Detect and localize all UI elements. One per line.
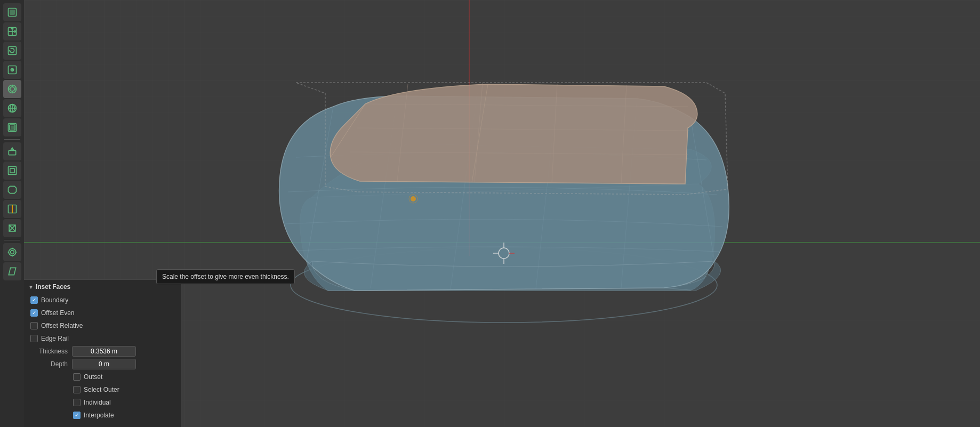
transform-tool-btn[interactable] xyxy=(3,80,21,98)
select-outer-row: Select Outer xyxy=(24,383,181,396)
rotate-tool-btn[interactable] xyxy=(3,42,21,60)
outset-checkbox[interactable] xyxy=(73,373,81,381)
thickness-label: Thickness xyxy=(30,348,68,355)
inset-faces-panel: ▼ Inset Faces Boundary Offset Even Offse… xyxy=(24,279,181,427)
interpolate-row: Interpolate xyxy=(24,409,181,422)
svg-rect-24 xyxy=(10,168,14,173)
svg-marker-25 xyxy=(8,186,16,193)
measure-tool-btn[interactable] xyxy=(3,118,21,136)
boundary-label[interactable]: Boundary xyxy=(30,296,68,304)
annotate-tool-btn[interactable] xyxy=(3,99,21,117)
offset-even-row: Offset Even xyxy=(24,307,181,319)
interpolate-checkbox[interactable] xyxy=(73,412,81,419)
individual-label[interactable]: Individual xyxy=(73,399,111,406)
cursor-tool-btn[interactable] xyxy=(3,3,21,21)
left-toolbar xyxy=(0,0,24,427)
edge-rail-label[interactable]: Edge Rail xyxy=(30,335,69,342)
svg-point-28 xyxy=(9,248,15,255)
svg-rect-21 xyxy=(9,150,15,155)
outset-label[interactable]: Outset xyxy=(73,373,102,381)
svg-rect-1 xyxy=(10,10,14,14)
move-tool-btn[interactable] xyxy=(3,22,21,41)
svg-point-29 xyxy=(10,251,14,254)
scale-tool-btn[interactable] xyxy=(3,61,21,79)
depth-input[interactable] xyxy=(72,359,136,369)
svg-rect-23 xyxy=(8,167,16,175)
shear-tool-btn[interactable] xyxy=(3,262,21,280)
offset-relative-label[interactable]: Offset Relative xyxy=(30,322,83,329)
loopcut-tool-btn[interactable] xyxy=(3,200,21,218)
thickness-input[interactable] xyxy=(72,346,136,357)
bevel-tool-btn[interactable] xyxy=(3,181,21,199)
offset-relative-checkbox[interactable] xyxy=(30,322,38,329)
individual-row: Individual xyxy=(24,396,181,409)
toolbar-separator-1 xyxy=(4,139,20,140)
shrink-tool-btn[interactable] xyxy=(3,243,21,261)
depth-label: Depth xyxy=(30,360,68,368)
svg-point-56 xyxy=(411,196,416,202)
toolbar-separator-2 xyxy=(4,240,20,240)
interpolate-label[interactable]: Interpolate xyxy=(73,412,114,419)
outset-row: Outset xyxy=(24,370,181,383)
offset-relative-row: Offset Relative xyxy=(24,319,181,332)
inset-tool-btn[interactable] xyxy=(3,162,21,180)
individual-checkbox[interactable] xyxy=(73,399,81,406)
offset-even-label[interactable]: Offset Even xyxy=(30,309,74,317)
panel-collapse-icon: ▼ xyxy=(28,284,34,290)
boundary-row: Boundary xyxy=(24,294,181,307)
svg-rect-20 xyxy=(11,126,13,129)
panel-title: Inset Faces xyxy=(36,283,70,291)
select-outer-label[interactable]: Select Outer xyxy=(73,386,119,393)
boundary-checkbox[interactable] xyxy=(30,296,38,304)
depth-row: Depth xyxy=(24,358,181,370)
svg-marker-34 xyxy=(9,268,15,275)
svg-point-9 xyxy=(10,87,14,91)
extrude-tool-btn[interactable] xyxy=(3,142,21,160)
edge-rail-checkbox[interactable] xyxy=(30,335,38,342)
edge-rail-row: Edge Rail xyxy=(24,332,181,345)
thickness-row: Thickness xyxy=(24,345,181,358)
offset-even-checkbox[interactable] xyxy=(30,309,38,317)
knife-tool-btn[interactable] xyxy=(3,219,21,237)
panel-header[interactable]: ▼ Inset Faces xyxy=(24,280,181,294)
select-outer-checkbox[interactable] xyxy=(73,386,81,393)
